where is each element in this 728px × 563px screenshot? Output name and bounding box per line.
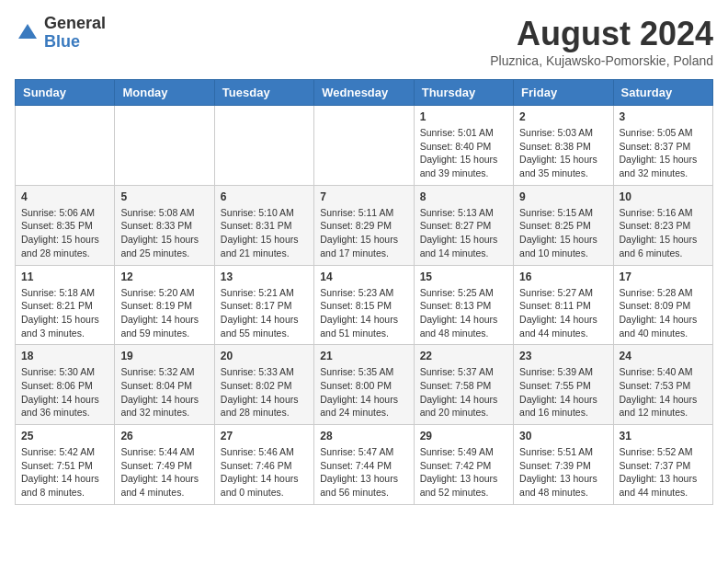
calendar-cell (314, 106, 414, 186)
calendar-cell: 30Sunrise: 5:51 AMSunset: 7:39 PMDayligh… (514, 425, 613, 505)
day-info: Sunrise: 5:33 AMSunset: 8:02 PMDaylight:… (221, 365, 308, 419)
weekday-header-wednesday: Wednesday (314, 80, 414, 106)
logo: General Blue (15, 15, 106, 52)
day-number: 8 (420, 190, 507, 203)
calendar-week-2: 4Sunrise: 5:06 AMSunset: 8:35 PMDaylight… (16, 185, 713, 265)
month-title: August 2024 (490, 15, 713, 53)
day-info: Sunrise: 5:27 AMSunset: 8:11 PMDaylight:… (519, 286, 607, 340)
day-info: Sunrise: 5:40 AMSunset: 7:53 PMDaylight:… (620, 365, 707, 419)
calendar-cell (115, 106, 214, 186)
calendar-cell: 3Sunrise: 5:05 AMSunset: 8:37 PMDaylight… (613, 106, 712, 186)
calendar-cell: 15Sunrise: 5:25 AMSunset: 8:13 PMDayligh… (414, 265, 513, 345)
page-header: General Blue August 2024 Pluznica, Kujaw… (15, 15, 713, 68)
day-number: 2 (519, 110, 607, 123)
day-info: Sunrise: 5:35 AMSunset: 8:00 PMDaylight:… (320, 365, 407, 419)
day-number: 4 (21, 190, 108, 203)
weekday-header-monday: Monday (115, 80, 214, 106)
day-info: Sunrise: 5:15 AMSunset: 8:25 PMDaylight:… (519, 206, 607, 260)
calendar-cell: 24Sunrise: 5:40 AMSunset: 7:53 PMDayligh… (613, 345, 712, 425)
location-text: Pluznica, Kujawsko-Pomorskie, Poland (490, 53, 713, 68)
day-number: 30 (519, 430, 607, 442)
day-number: 9 (519, 190, 607, 203)
day-info: Sunrise: 5:28 AMSunset: 8:09 PMDaylight:… (620, 286, 707, 340)
calendar-cell: 21Sunrise: 5:35 AMSunset: 8:00 PMDayligh… (314, 345, 414, 425)
day-number: 20 (221, 350, 308, 362)
day-info: Sunrise: 5:46 AMSunset: 7:46 PMDaylight:… (221, 445, 308, 500)
calendar-cell: 17Sunrise: 5:28 AMSunset: 8:09 PMDayligh… (613, 265, 712, 345)
day-info: Sunrise: 5:13 AMSunset: 8:27 PMDaylight:… (420, 206, 507, 260)
day-info: Sunrise: 5:51 AMSunset: 7:39 PMDaylight:… (519, 445, 607, 500)
calendar-week-1: 1Sunrise: 5:01 AMSunset: 8:40 PMDaylight… (16, 106, 713, 186)
day-info: Sunrise: 5:10 AMSunset: 8:31 PMDaylight:… (221, 206, 308, 260)
logo-general-text: General (44, 15, 106, 33)
day-number: 23 (519, 350, 607, 362)
calendar-cell: 13Sunrise: 5:21 AMSunset: 8:17 PMDayligh… (214, 265, 313, 345)
day-number: 7 (320, 190, 407, 203)
day-number: 29 (420, 430, 507, 442)
day-info: Sunrise: 5:06 AMSunset: 8:35 PMDaylight:… (21, 206, 108, 260)
logo-icon (15, 20, 40, 46)
day-number: 3 (620, 110, 707, 123)
weekday-header-friday: Friday (514, 80, 613, 106)
day-info: Sunrise: 5:01 AMSunset: 8:40 PMDaylight:… (420, 126, 507, 180)
calendar-cell: 9Sunrise: 5:15 AMSunset: 8:25 PMDaylight… (514, 185, 613, 265)
day-info: Sunrise: 5:30 AMSunset: 8:06 PMDaylight:… (21, 365, 108, 419)
calendar-week-4: 18Sunrise: 5:30 AMSunset: 8:06 PMDayligh… (16, 345, 713, 425)
day-info: Sunrise: 5:16 AMSunset: 8:23 PMDaylight:… (620, 206, 707, 260)
calendar-cell: 18Sunrise: 5:30 AMSunset: 8:06 PMDayligh… (16, 345, 115, 425)
calendar-cell: 10Sunrise: 5:16 AMSunset: 8:23 PMDayligh… (613, 185, 712, 265)
day-number: 1 (420, 110, 507, 123)
day-number: 24 (620, 350, 707, 362)
day-info: Sunrise: 5:37 AMSunset: 7:58 PMDaylight:… (420, 365, 507, 419)
day-number: 27 (221, 430, 308, 442)
calendar-cell: 14Sunrise: 5:23 AMSunset: 8:15 PMDayligh… (314, 265, 414, 345)
calendar-cell: 29Sunrise: 5:49 AMSunset: 7:42 PMDayligh… (414, 425, 513, 505)
weekday-header-tuesday: Tuesday (214, 80, 313, 106)
calendar-cell: 22Sunrise: 5:37 AMSunset: 7:58 PMDayligh… (414, 345, 513, 425)
calendar-body: 1Sunrise: 5:01 AMSunset: 8:40 PMDaylight… (16, 106, 713, 505)
calendar-cell: 27Sunrise: 5:46 AMSunset: 7:46 PMDayligh… (214, 425, 313, 505)
day-number: 14 (320, 270, 407, 283)
calendar-cell: 5Sunrise: 5:08 AMSunset: 8:33 PMDaylight… (115, 185, 214, 265)
day-number: 17 (620, 270, 707, 283)
day-number: 19 (120, 350, 208, 362)
day-number: 10 (620, 190, 707, 203)
svg-marker-0 (18, 24, 37, 39)
calendar-cell: 20Sunrise: 5:33 AMSunset: 8:02 PMDayligh… (214, 345, 313, 425)
calendar-cell: 31Sunrise: 5:52 AMSunset: 7:37 PMDayligh… (613, 425, 712, 505)
calendar-cell: 1Sunrise: 5:01 AMSunset: 8:40 PMDaylight… (414, 106, 513, 186)
day-number: 11 (21, 270, 108, 283)
weekday-header-thursday: Thursday (414, 80, 513, 106)
calendar-table: SundayMondayTuesdayWednesdayThursdayFrid… (15, 79, 713, 505)
day-info: Sunrise: 5:47 AMSunset: 7:44 PMDaylight:… (320, 445, 407, 500)
day-info: Sunrise: 5:05 AMSunset: 8:37 PMDaylight:… (620, 126, 707, 180)
calendar-week-3: 11Sunrise: 5:18 AMSunset: 8:21 PMDayligh… (16, 265, 713, 345)
day-info: Sunrise: 5:18 AMSunset: 8:21 PMDaylight:… (21, 286, 108, 340)
day-number: 21 (320, 350, 407, 362)
day-info: Sunrise: 5:25 AMSunset: 8:13 PMDaylight:… (420, 286, 507, 340)
weekday-header-saturday: Saturday (613, 80, 712, 106)
day-number: 31 (620, 430, 707, 442)
day-number: 25 (21, 430, 108, 442)
calendar-cell: 11Sunrise: 5:18 AMSunset: 8:21 PMDayligh… (16, 265, 115, 345)
day-number: 12 (120, 270, 208, 283)
day-info: Sunrise: 5:23 AMSunset: 8:15 PMDaylight:… (320, 286, 407, 340)
day-number: 15 (420, 270, 507, 283)
calendar-cell: 8Sunrise: 5:13 AMSunset: 8:27 PMDaylight… (414, 185, 513, 265)
calendar-cell: 2Sunrise: 5:03 AMSunset: 8:38 PMDaylight… (514, 106, 613, 186)
day-info: Sunrise: 5:08 AMSunset: 8:33 PMDaylight:… (120, 206, 208, 260)
calendar-cell: 28Sunrise: 5:47 AMSunset: 7:44 PMDayligh… (314, 425, 414, 505)
calendar-header: SundayMondayTuesdayWednesdayThursdayFrid… (16, 80, 713, 106)
day-info: Sunrise: 5:11 AMSunset: 8:29 PMDaylight:… (320, 206, 407, 260)
calendar-cell: 19Sunrise: 5:32 AMSunset: 8:04 PMDayligh… (115, 345, 214, 425)
calendar-cell: 26Sunrise: 5:44 AMSunset: 7:49 PMDayligh… (115, 425, 214, 505)
day-info: Sunrise: 5:21 AMSunset: 8:17 PMDaylight:… (221, 286, 308, 340)
weekday-header-row: SundayMondayTuesdayWednesdayThursdayFrid… (16, 80, 713, 106)
day-info: Sunrise: 5:20 AMSunset: 8:19 PMDaylight:… (120, 286, 208, 340)
day-number: 18 (21, 350, 108, 362)
title-area: August 2024 Pluznica, Kujawsko-Pomorskie… (490, 15, 713, 68)
day-info: Sunrise: 5:03 AMSunset: 8:38 PMDaylight:… (519, 126, 607, 180)
day-number: 22 (420, 350, 507, 362)
day-number: 26 (120, 430, 208, 442)
day-info: Sunrise: 5:39 AMSunset: 7:55 PMDaylight:… (519, 365, 607, 419)
